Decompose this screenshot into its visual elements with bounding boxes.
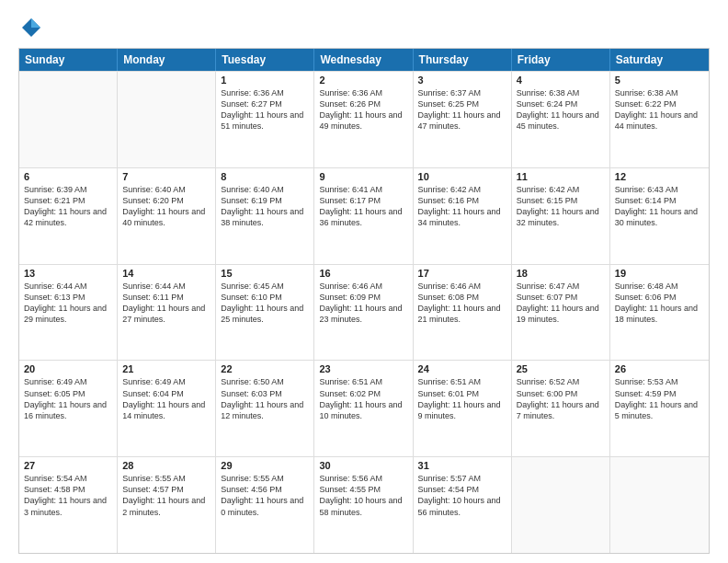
day-number: 23 bbox=[319, 363, 407, 374]
day-number: 9 bbox=[319, 171, 407, 182]
day-number: 27 bbox=[24, 460, 112, 471]
cal-row-4: 27Sunrise: 5:54 AM Sunset: 4:58 PM Dayli… bbox=[19, 456, 709, 553]
header-day-friday: Friday bbox=[512, 49, 610, 71]
day-number: 6 bbox=[24, 171, 112, 182]
day-number: 4 bbox=[517, 75, 605, 86]
day-number: 11 bbox=[517, 171, 605, 182]
cal-cell: 2Sunrise: 6:36 AM Sunset: 6:26 PM Daylig… bbox=[314, 72, 413, 167]
header bbox=[18, 15, 710, 40]
day-number: 25 bbox=[517, 363, 605, 374]
day-number: 26 bbox=[615, 363, 704, 374]
logo-icon bbox=[18, 15, 44, 40]
cal-cell: 9Sunrise: 6:41 AM Sunset: 6:17 PM Daylig… bbox=[314, 168, 413, 264]
day-number: 14 bbox=[122, 268, 210, 279]
cal-cell: 27Sunrise: 5:54 AM Sunset: 4:58 PM Dayli… bbox=[19, 457, 118, 553]
cell-info: Sunrise: 6:37 AM Sunset: 6:25 PM Dayligh… bbox=[418, 87, 506, 132]
cal-cell: 17Sunrise: 6:46 AM Sunset: 6:08 PM Dayli… bbox=[414, 265, 512, 361]
day-number: 30 bbox=[319, 460, 407, 471]
day-number: 3 bbox=[418, 75, 506, 86]
day-number: 5 bbox=[615, 75, 704, 86]
cal-cell: 15Sunrise: 6:45 AM Sunset: 6:10 PM Dayli… bbox=[216, 265, 314, 361]
cell-info: Sunrise: 6:38 AM Sunset: 6:22 PM Dayligh… bbox=[615, 87, 704, 132]
cal-cell: 1Sunrise: 6:36 AM Sunset: 6:27 PM Daylig… bbox=[216, 72, 314, 167]
cal-row-2: 13Sunrise: 6:44 AM Sunset: 6:13 PM Dayli… bbox=[19, 264, 709, 361]
cal-cell: 5Sunrise: 6:38 AM Sunset: 6:22 PM Daylig… bbox=[610, 72, 709, 167]
cal-cell: 28Sunrise: 5:55 AM Sunset: 4:57 PM Dayli… bbox=[118, 457, 216, 553]
cal-cell: 13Sunrise: 6:44 AM Sunset: 6:13 PM Dayli… bbox=[19, 265, 118, 361]
cell-info: Sunrise: 6:46 AM Sunset: 6:09 PM Dayligh… bbox=[319, 281, 407, 326]
cal-cell: 14Sunrise: 6:44 AM Sunset: 6:11 PM Dayli… bbox=[118, 265, 216, 361]
cal-cell: 11Sunrise: 6:42 AM Sunset: 6:15 PM Dayli… bbox=[512, 168, 610, 264]
cal-cell: 16Sunrise: 6:46 AM Sunset: 6:09 PM Dayli… bbox=[314, 265, 413, 361]
day-number: 7 bbox=[122, 171, 210, 182]
cal-row-1: 6Sunrise: 6:39 AM Sunset: 6:21 PM Daylig… bbox=[19, 167, 709, 264]
cal-cell: 12Sunrise: 6:43 AM Sunset: 6:14 PM Dayli… bbox=[610, 168, 709, 264]
cell-info: Sunrise: 6:44 AM Sunset: 6:13 PM Dayligh… bbox=[24, 281, 112, 326]
cell-info: Sunrise: 6:49 AM Sunset: 6:05 PM Dayligh… bbox=[24, 376, 112, 421]
day-number: 10 bbox=[418, 171, 506, 182]
cal-cell: 31Sunrise: 5:57 AM Sunset: 4:54 PM Dayli… bbox=[414, 457, 512, 553]
cal-cell: 26Sunrise: 5:53 AM Sunset: 4:59 PM Dayli… bbox=[610, 361, 709, 456]
day-number: 28 bbox=[122, 460, 210, 471]
cal-cell: 3Sunrise: 6:37 AM Sunset: 6:25 PM Daylig… bbox=[414, 72, 512, 167]
day-number: 20 bbox=[24, 363, 112, 374]
cell-info: Sunrise: 6:42 AM Sunset: 6:16 PM Dayligh… bbox=[418, 184, 506, 229]
cal-cell bbox=[19, 72, 118, 167]
header-day-sunday: Sunday bbox=[19, 49, 118, 71]
cal-row-3: 20Sunrise: 6:49 AM Sunset: 6:05 PM Dayli… bbox=[19, 360, 709, 456]
cal-cell bbox=[512, 457, 610, 553]
header-day-monday: Monday bbox=[118, 49, 216, 71]
cell-info: Sunrise: 6:36 AM Sunset: 6:26 PM Dayligh… bbox=[319, 87, 407, 132]
cal-cell bbox=[118, 72, 216, 167]
cal-cell: 18Sunrise: 6:47 AM Sunset: 6:07 PM Dayli… bbox=[512, 265, 610, 361]
cal-cell: 29Sunrise: 5:55 AM Sunset: 4:56 PM Dayli… bbox=[216, 457, 314, 553]
calendar: SundayMondayTuesdayWednesdayThursdayFrid… bbox=[18, 48, 710, 554]
cell-info: Sunrise: 5:53 AM Sunset: 4:59 PM Dayligh… bbox=[615, 376, 704, 421]
cell-info: Sunrise: 6:47 AM Sunset: 6:07 PM Dayligh… bbox=[517, 281, 605, 326]
cal-cell: 24Sunrise: 6:51 AM Sunset: 6:01 PM Dayli… bbox=[414, 361, 512, 456]
cell-info: Sunrise: 6:43 AM Sunset: 6:14 PM Dayligh… bbox=[615, 184, 704, 229]
cell-info: Sunrise: 5:54 AM Sunset: 4:58 PM Dayligh… bbox=[24, 473, 112, 518]
day-number: 24 bbox=[418, 363, 506, 374]
cal-cell: 4Sunrise: 6:38 AM Sunset: 6:24 PM Daylig… bbox=[512, 72, 610, 167]
header-day-tuesday: Tuesday bbox=[216, 49, 314, 71]
cal-cell: 30Sunrise: 5:56 AM Sunset: 4:55 PM Dayli… bbox=[314, 457, 413, 553]
cell-info: Sunrise: 6:44 AM Sunset: 6:11 PM Dayligh… bbox=[122, 281, 210, 326]
cal-cell: 25Sunrise: 6:52 AM Sunset: 6:00 PM Dayli… bbox=[512, 361, 610, 456]
day-number: 19 bbox=[615, 268, 704, 279]
cell-info: Sunrise: 6:38 AM Sunset: 6:24 PM Dayligh… bbox=[517, 87, 605, 132]
cal-cell bbox=[610, 457, 709, 553]
day-number: 1 bbox=[221, 75, 309, 86]
cell-info: Sunrise: 5:55 AM Sunset: 4:56 PM Dayligh… bbox=[221, 473, 309, 518]
cal-cell: 20Sunrise: 6:49 AM Sunset: 6:05 PM Dayli… bbox=[19, 361, 118, 456]
cell-info: Sunrise: 6:42 AM Sunset: 6:15 PM Dayligh… bbox=[517, 184, 605, 229]
logo bbox=[18, 15, 48, 40]
cal-cell: 23Sunrise: 6:51 AM Sunset: 6:02 PM Dayli… bbox=[314, 361, 413, 456]
cell-info: Sunrise: 6:49 AM Sunset: 6:04 PM Dayligh… bbox=[122, 376, 210, 421]
day-number: 8 bbox=[221, 171, 309, 182]
page: SundayMondayTuesdayWednesdayThursdayFrid… bbox=[0, 0, 728, 563]
cell-info: Sunrise: 6:45 AM Sunset: 6:10 PM Dayligh… bbox=[221, 281, 309, 326]
cal-cell: 10Sunrise: 6:42 AM Sunset: 6:16 PM Dayli… bbox=[414, 168, 512, 264]
cal-cell: 8Sunrise: 6:40 AM Sunset: 6:19 PM Daylig… bbox=[216, 168, 314, 264]
svg-marker-1 bbox=[31, 18, 40, 28]
header-day-wednesday: Wednesday bbox=[314, 49, 413, 71]
cal-cell: 7Sunrise: 6:40 AM Sunset: 6:20 PM Daylig… bbox=[118, 168, 216, 264]
cal-cell: 22Sunrise: 6:50 AM Sunset: 6:03 PM Dayli… bbox=[216, 361, 314, 456]
cell-info: Sunrise: 6:52 AM Sunset: 6:00 PM Dayligh… bbox=[517, 376, 605, 421]
calendar-header: SundayMondayTuesdayWednesdayThursdayFrid… bbox=[19, 49, 709, 71]
day-number: 2 bbox=[319, 75, 407, 86]
day-number: 31 bbox=[418, 460, 506, 471]
cell-info: Sunrise: 6:41 AM Sunset: 6:17 PM Dayligh… bbox=[319, 184, 407, 229]
cell-info: Sunrise: 6:36 AM Sunset: 6:27 PM Dayligh… bbox=[221, 87, 309, 132]
header-day-saturday: Saturday bbox=[610, 49, 709, 71]
day-number: 16 bbox=[319, 268, 407, 279]
cell-info: Sunrise: 5:55 AM Sunset: 4:57 PM Dayligh… bbox=[122, 473, 210, 518]
cell-info: Sunrise: 6:48 AM Sunset: 6:06 PM Dayligh… bbox=[615, 281, 704, 326]
day-number: 13 bbox=[24, 268, 112, 279]
cell-info: Sunrise: 6:46 AM Sunset: 6:08 PM Dayligh… bbox=[418, 281, 506, 326]
cell-info: Sunrise: 5:57 AM Sunset: 4:54 PM Dayligh… bbox=[418, 473, 506, 518]
day-number: 22 bbox=[221, 363, 309, 374]
cal-cell: 21Sunrise: 6:49 AM Sunset: 6:04 PM Dayli… bbox=[118, 361, 216, 456]
cal-cell: 6Sunrise: 6:39 AM Sunset: 6:21 PM Daylig… bbox=[19, 168, 118, 264]
